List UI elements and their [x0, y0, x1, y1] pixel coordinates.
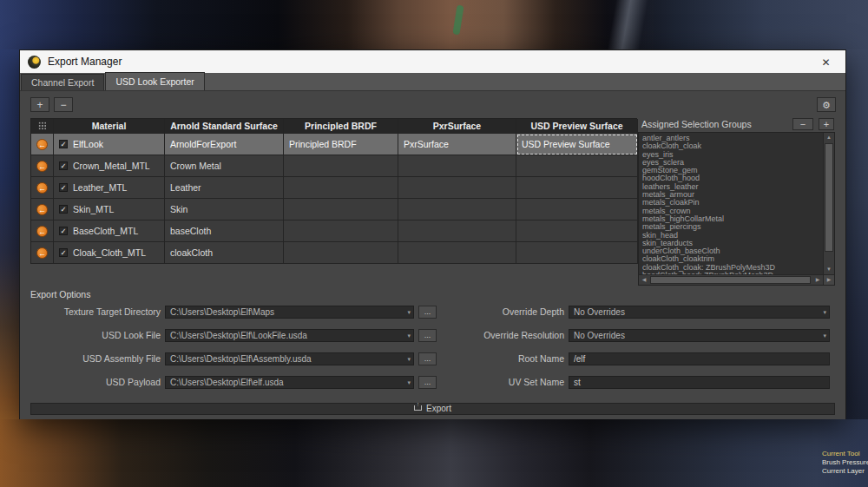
tab-channel-export[interactable]: Channel Export: [21, 74, 104, 90]
row-icon-cell: ←: [31, 134, 54, 155]
add-material-button[interactable]: +: [30, 97, 49, 112]
zbrush-logo-icon: [28, 56, 41, 69]
material-checkbox[interactable]: ✓: [59, 227, 68, 235]
horizontal-scrollbar[interactable]: ◀ ▶: [639, 274, 823, 285]
usd-preview-cell[interactable]: [516, 155, 638, 177]
texture-target-directory-combo[interactable]: C:\Users\Desktop\Elf\Maps ▾: [165, 306, 414, 319]
label-usd-look-file: USD Look File: [20, 329, 161, 342]
column-header-principled[interactable]: Principled BRDF: [284, 119, 398, 134]
assign-selection-icon[interactable]: ←: [36, 226, 48, 237]
usd-preview-cell[interactable]: [516, 220, 638, 242]
table-row-leather[interactable]: ← ✓Leather_MTL Leather: [31, 177, 637, 199]
material-checkbox[interactable]: ✓: [59, 248, 68, 257]
scroll-left-icon[interactable]: ◀: [639, 275, 649, 285]
table-header-row: Material Arnold Standard Surface Princip…: [31, 119, 637, 134]
usd-assembly-file-combo[interactable]: C:\Users\Desktop\Elf\Assembly.usda ▾: [165, 352, 414, 365]
material-checkbox[interactable]: ✓: [59, 140, 68, 148]
combo-value: C:\Users\Desktop\Elf\Maps: [170, 307, 274, 317]
usd-preview-cell[interactable]: [516, 177, 638, 199]
label-override-resolution: Override Resolution: [411, 329, 564, 342]
material-cell[interactable]: ✓Skin_MTL: [54, 199, 165, 220]
pxrsurface-cell[interactable]: [398, 177, 516, 199]
arnold-cell[interactable]: Crown Metal: [165, 155, 284, 177]
material-checkbox[interactable]: ✓: [59, 183, 68, 192]
usd-preview-cell[interactable]: [516, 242, 638, 264]
table-row-crown-metal[interactable]: ← ✓Crown_Metal_MTL Crown Metal: [31, 155, 637, 177]
principled-cell[interactable]: [284, 220, 398, 242]
remove-selection-group-button[interactable]: −: [792, 118, 813, 130]
assign-selection-icon[interactable]: ←: [36, 204, 48, 215]
zbrush-hud: Current Tool Brush Pressure Current Laye…: [822, 450, 868, 476]
combo-value: No Overrides: [574, 307, 625, 317]
export-icon: [414, 405, 422, 411]
column-header-material[interactable]: Material: [54, 119, 165, 134]
override-depth-combo[interactable]: No Overrides ▾: [569, 306, 830, 319]
vertical-scrollbar[interactable]: ▲ ▼: [823, 133, 834, 274]
arnold-cell[interactable]: ArnoldForExport: [165, 134, 284, 155]
material-cell[interactable]: ✓ElfLook: [54, 134, 165, 155]
pxrsurface-cell[interactable]: PxrSurface: [398, 134, 516, 155]
pxrsurface-cell[interactable]: [398, 220, 516, 242]
usd-look-exporter-panel: + − ⚙ Material Arnold Standard Surface P…: [20, 91, 845, 419]
principled-cell[interactable]: Principled BRDF: [284, 134, 398, 155]
tab-bar: Channel Export USD Look Exporter: [20, 73, 845, 91]
usd-preview-cell[interactable]: USD Preview Surface: [516, 134, 638, 155]
pxrsurface-cell[interactable]: [398, 155, 516, 177]
add-selection-group-button[interactable]: +: [819, 118, 834, 130]
horizontal-scroll-thumb[interactable]: [650, 276, 811, 284]
settings-gear-button[interactable]: ⚙: [817, 97, 836, 112]
row-icon-cell: ←: [31, 155, 54, 177]
material-checkbox[interactable]: ✓: [59, 205, 68, 214]
principled-cell[interactable]: [284, 242, 398, 264]
table-row-cloak-cloth[interactable]: ← ✓Cloak_Cloth_MTL cloakCloth: [31, 242, 637, 264]
arnold-cell[interactable]: cloakCloth: [165, 242, 284, 264]
pxrsurface-cell[interactable]: [398, 199, 516, 220]
table-row-basecloth[interactable]: ← ✓BaseCloth_MTL baseCloth: [31, 220, 637, 242]
export-button[interactable]: Export: [30, 403, 835, 415]
scroll-right-icon[interactable]: ▶: [812, 275, 823, 285]
usd-look-file-combo[interactable]: C:\Users\Desktop\Elf\LookFile.usda ▾: [165, 329, 414, 342]
material-cell[interactable]: ✓Crown_Metal_MTL: [54, 155, 165, 177]
assign-selection-icon[interactable]: ←: [36, 182, 48, 194]
principled-cell[interactable]: [284, 177, 398, 199]
column-header-usd-preview[interactable]: USD Preview Surface: [516, 119, 638, 134]
principled-cell[interactable]: [284, 155, 398, 177]
material-cell[interactable]: ✓BaseCloth_MTL: [54, 220, 165, 242]
arnold-cell[interactable]: baseCloth: [165, 220, 284, 242]
material-table: Material Arnold Standard Surface Princip…: [30, 118, 637, 264]
close-button[interactable]: ✕: [806, 50, 845, 73]
usd-payload-combo[interactable]: C:\Users\Desktop\Elf\elf.usda ▾: [165, 376, 414, 389]
combo-value: C:\Users\Desktop\Elf\elf.usda: [170, 378, 284, 387]
column-header-pxrsurface[interactable]: PxrSurface: [398, 119, 516, 134]
principled-cell[interactable]: [284, 199, 398, 220]
vertical-scroll-thumb[interactable]: [825, 143, 833, 252]
usd-preview-cell[interactable]: [516, 199, 638, 220]
scroll-up-icon[interactable]: ▲: [824, 133, 834, 142]
window-title: Export Manager: [48, 56, 122, 68]
material-name: Leather_MTL: [73, 182, 127, 193]
arnold-cell[interactable]: Leather: [165, 177, 284, 199]
root-name-input[interactable]: [569, 352, 830, 365]
material-cell[interactable]: ✓Leather_MTL: [54, 177, 165, 199]
table-row-skin[interactable]: ← ✓Skin_MTL Skin: [31, 199, 637, 220]
tab-usd-look-exporter[interactable]: USD Look Exporter: [105, 72, 204, 90]
table-row-elflook[interactable]: ← ✓ElfLook ArnoldForExport Principled BR…: [31, 134, 637, 155]
arnold-cell[interactable]: Skin: [165, 199, 284, 220]
remove-material-button[interactable]: −: [54, 97, 73, 112]
uv-set-name-input[interactable]: [569, 376, 830, 389]
scrollbar-corner-button[interactable]: ▶: [823, 274, 834, 285]
material-name: BaseCloth_MTL: [73, 226, 138, 236]
titlebar[interactable]: Export Manager ✕: [20, 50, 845, 73]
assign-selection-icon[interactable]: ←: [36, 247, 48, 259]
pxrsurface-cell[interactable]: [398, 242, 516, 264]
assign-selection-icon[interactable]: ←: [36, 161, 48, 172]
override-resolution-combo[interactable]: No Overrides ▾: [569, 329, 830, 342]
column-header-arnold[interactable]: Arnold Standard Surface: [165, 119, 284, 134]
assign-selection-icon[interactable]: ←: [36, 139, 48, 150]
material-cell[interactable]: ✓Cloak_Cloth_MTL: [54, 242, 165, 264]
export-manager-window: Export Manager ✕ Channel Export USD Look…: [19, 49, 846, 419]
label-override-depth: Override Depth: [411, 306, 564, 319]
row-icon-cell: ←: [31, 177, 54, 199]
scroll-down-icon[interactable]: ▼: [824, 265, 834, 274]
material-checkbox[interactable]: ✓: [59, 161, 68, 170]
